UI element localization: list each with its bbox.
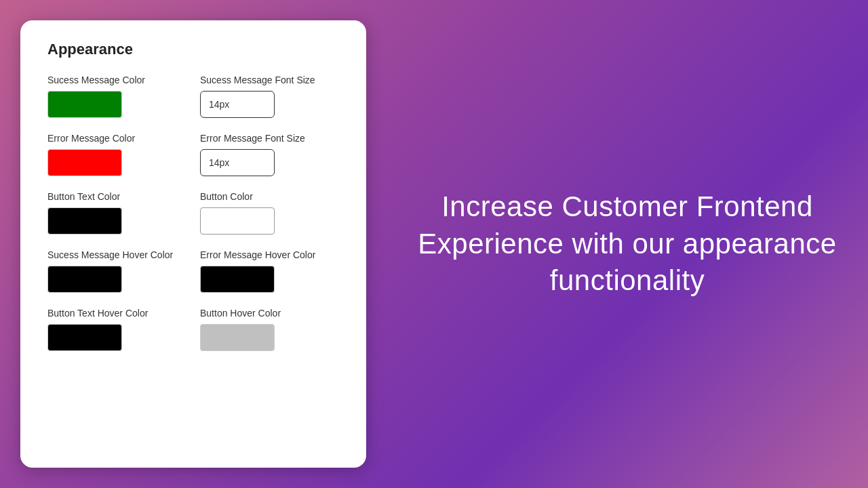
error-message-color-swatch[interactable] bbox=[47, 149, 122, 176]
button-hover-color-label: Button Hover Color bbox=[200, 308, 339, 319]
error-message-font-size-input[interactable] bbox=[200, 149, 275, 176]
success-message-font-size-input[interactable] bbox=[200, 91, 275, 118]
success-message-hover-color-item: Sucess Message Hover Color bbox=[47, 249, 193, 293]
button-text-hover-color-item: Button Text Hover Color bbox=[47, 308, 193, 351]
success-message-font-size-label: Sucess Message Font Size bbox=[200, 75, 339, 85]
form-grid: Sucess Message Color Sucess Message Font… bbox=[47, 75, 339, 366]
tagline: Increase Customer Frontend Experience wi… bbox=[418, 188, 836, 300]
button-text-hover-color-swatch[interactable] bbox=[47, 324, 122, 351]
success-message-hover-color-swatch[interactable] bbox=[47, 266, 122, 293]
tagline-line2: Experience with our appearance bbox=[418, 228, 836, 260]
success-message-font-size-item: Sucess Message Font Size bbox=[193, 75, 339, 118]
right-panel: Increase Customer Frontend Experience wi… bbox=[387, 175, 868, 313]
tagline-line3: functionality bbox=[550, 264, 705, 296]
error-message-font-size-label: Error Message Font Size bbox=[200, 133, 339, 144]
error-message-color-label: Error Message Color bbox=[47, 133, 186, 144]
button-color-label: Button Color bbox=[200, 191, 339, 202]
button-hover-color-swatch[interactable] bbox=[200, 324, 275, 351]
success-message-color-item: Sucess Message Color bbox=[47, 75, 193, 118]
button-text-color-swatch[interactable] bbox=[47, 207, 122, 235]
left-panel: Appearance Sucess Message Color Sucess M… bbox=[0, 0, 387, 488]
error-message-hover-color-swatch[interactable] bbox=[200, 266, 275, 293]
button-text-color-item: Button Text Color bbox=[47, 191, 193, 235]
error-message-hover-color-item: Error Message Hover Color bbox=[193, 249, 339, 293]
button-color-item: Button Color bbox=[193, 191, 339, 235]
error-message-font-size-item: Error Message Font Size bbox=[193, 133, 339, 176]
success-message-hover-color-label: Sucess Message Hover Color bbox=[47, 249, 186, 260]
tagline-line1: Increase Customer Frontend bbox=[441, 190, 813, 222]
appearance-card: Appearance Sucess Message Color Sucess M… bbox=[20, 20, 366, 468]
success-message-color-swatch[interactable] bbox=[47, 91, 122, 118]
button-hover-color-item: Button Hover Color bbox=[193, 308, 339, 351]
card-title: Appearance bbox=[47, 41, 339, 58]
button-text-hover-color-label: Button Text Hover Color bbox=[47, 308, 186, 319]
button-text-color-label: Button Text Color bbox=[47, 191, 186, 202]
error-message-color-item: Error Message Color bbox=[47, 133, 193, 176]
success-message-color-label: Sucess Message Color bbox=[47, 75, 186, 85]
error-message-hover-color-label: Error Message Hover Color bbox=[200, 249, 339, 260]
button-color-swatch[interactable] bbox=[200, 207, 275, 235]
